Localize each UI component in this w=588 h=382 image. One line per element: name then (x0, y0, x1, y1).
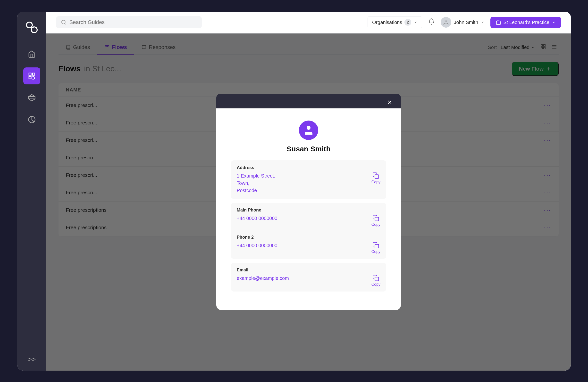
user-name: John Smith (454, 20, 478, 25)
email-card: Email example@example.com Copy (231, 263, 386, 291)
app-logo (23, 19, 40, 36)
email-row: example@example.com Copy (237, 275, 380, 287)
sidebar: >> (17, 12, 46, 371)
copy-icon (372, 275, 379, 281)
svg-rect-2 (29, 73, 31, 75)
svg-line-10 (65, 23, 66, 24)
search-icon (61, 19, 66, 25)
contact-modal: × Susan Smith Address (216, 94, 401, 310)
modal-close-button[interactable]: × (384, 97, 395, 107)
phone2-row: +44 0000 0000000 Copy (237, 242, 380, 254)
practice-name: St Leonard's Practice (504, 20, 549, 25)
phone2-label: Phone 2 (237, 235, 380, 240)
phone2-copy-label: Copy (371, 249, 380, 254)
address-copy-button[interactable]: Copy (371, 172, 380, 184)
user-icon (303, 124, 315, 136)
copy-icon (372, 215, 379, 221)
search-box[interactable] (56, 16, 202, 28)
topbar-right: Organisations 2 (368, 16, 561, 28)
search-input[interactable] (69, 19, 197, 25)
svg-marker-5 (29, 94, 35, 101)
topbar: Organisations 2 (46, 12, 571, 34)
email-copy-button[interactable]: Copy (371, 275, 380, 287)
address-card: Address 1 Example Street,Town,Postcode C… (231, 160, 386, 199)
org-label: Organisations (372, 20, 402, 25)
modal-body: Susan Smith Address 1 Example Street,Tow… (231, 120, 386, 295)
organisations-button[interactable]: Organisations 2 (368, 16, 422, 28)
svg-rect-27 (375, 277, 379, 281)
sidebar-item-analytics[interactable] (23, 111, 40, 128)
svg-rect-25 (375, 217, 379, 221)
sidebar-item-home[interactable] (23, 46, 40, 63)
copy-icon (372, 172, 379, 179)
address-label: Address (237, 165, 380, 170)
email-value: example@example.com (237, 275, 289, 282)
address-copy-label: Copy (371, 180, 380, 184)
phone-card: Main Phone +44 0000 0000000 Copy (231, 203, 386, 259)
svg-point-23 (307, 126, 311, 130)
svg-rect-24 (375, 175, 379, 178)
svg-rect-26 (375, 245, 379, 248)
avatar (441, 17, 451, 28)
svg-point-11 (445, 20, 447, 22)
modal-header-bar (216, 94, 401, 108)
chevron-down-icon (481, 20, 484, 24)
main-phone-row: +44 0000 0000000 Copy (237, 215, 380, 227)
sidebar-expand[interactable]: >> (28, 356, 36, 363)
svg-rect-4 (29, 76, 31, 78)
main-phone-copy-button[interactable]: Copy (371, 215, 380, 227)
practice-button[interactable]: St Leonard's Practice (490, 17, 561, 28)
address-value: 1 Example Street,Town,Postcode (237, 172, 275, 194)
user-button[interactable]: John Smith (441, 17, 484, 28)
sidebar-item-layers[interactable] (23, 89, 40, 106)
modal-avatar (299, 120, 318, 140)
phone2-value: +44 0000 0000000 (237, 242, 277, 249)
email-copy-label: Copy (371, 282, 380, 287)
sidebar-item-flows[interactable] (23, 67, 40, 84)
chevron-down-icon (414, 20, 418, 24)
notifications-button[interactable] (428, 18, 435, 27)
practice-icon (496, 20, 501, 25)
org-count: 2 (404, 19, 411, 26)
address-row: 1 Example Street,Town,Postcode Copy (237, 172, 380, 194)
content-area: Guides Flows Responses Sort (46, 34, 571, 371)
svg-point-9 (62, 20, 65, 24)
svg-rect-3 (33, 73, 35, 75)
main-phone-copy-label: Copy (371, 222, 380, 227)
main-content: Organisations 2 (46, 12, 571, 371)
email-label: Email (237, 267, 380, 273)
chevron-down-icon (552, 20, 556, 24)
modal-overlay[interactable]: × Susan Smith Address (46, 34, 571, 371)
main-phone-label: Main Phone (237, 208, 380, 213)
main-phone-value: +44 0000 0000000 (237, 215, 277, 222)
copy-icon (372, 242, 379, 248)
modal-person-name: Susan Smith (287, 145, 331, 153)
phone2-copy-button[interactable]: Copy (371, 242, 380, 254)
